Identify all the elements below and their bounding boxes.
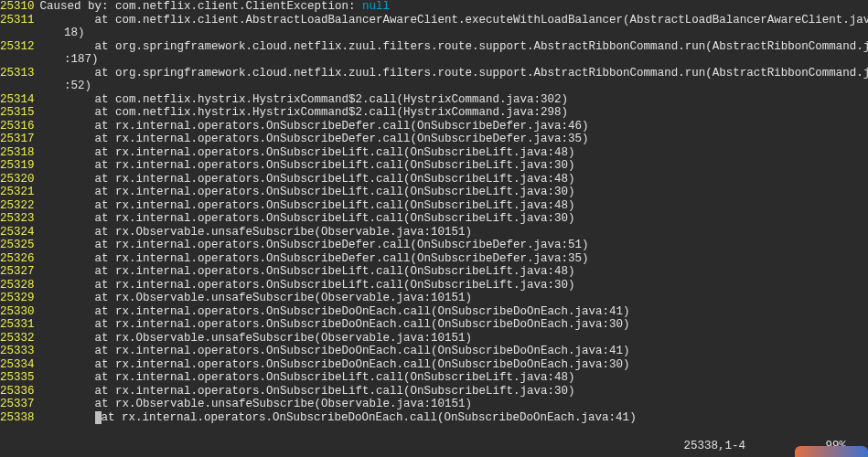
code-line: 25313 at org.springframework.cloud.netfl… bbox=[0, 67, 868, 80]
line-text: at rx.internal.operators.OnSubscribeLift… bbox=[40, 199, 868, 213]
line-number: 25317 bbox=[0, 133, 40, 146]
line-number: 25310 bbox=[0, 0, 40, 14]
code-line: :52) bbox=[0, 80, 868, 93]
line-text: at rx.internal.operators.OnSubscribeDoOn… bbox=[40, 345, 868, 358]
line-number: 25333 bbox=[0, 345, 40, 358]
code-lines: 25310Caused by: com.netflix.client.Clien… bbox=[0, 0, 868, 424]
code-line: 18) bbox=[0, 27, 868, 40]
line-number: 25313 bbox=[0, 67, 40, 80]
line-number bbox=[0, 80, 37, 93]
app-badge-icon bbox=[795, 446, 868, 457]
line-number: 25337 bbox=[0, 398, 40, 411]
code-line: 25319 at rx.internal.operators.OnSubscri… bbox=[0, 159, 868, 173]
line-text: at rx.internal.operators.OnSubscribeDefe… bbox=[40, 239, 868, 252]
line-text: at rx.internal.operators.OnSubscribeLift… bbox=[40, 385, 868, 399]
line-text: at com.netflix.hystrix.HystrixCommand$2.… bbox=[40, 106, 868, 120]
code-line: 25324 at rx.Observable.unsafeSubscribe(O… bbox=[0, 226, 868, 239]
null-keyword: null bbox=[362, 0, 390, 13]
line-text: at rx.internal.operators.OnSubscribeDefe… bbox=[40, 120, 868, 133]
line-text: :52) bbox=[37, 80, 868, 93]
code-line: 25335 at rx.internal.operators.OnSubscri… bbox=[0, 371, 868, 385]
line-text: at rx.internal.operators.OnSubscribeDoOn… bbox=[40, 318, 868, 332]
code-line: 25331 at rx.internal.operators.OnSubscri… bbox=[0, 318, 868, 332]
code-line: 25317 at rx.internal.operators.OnSubscri… bbox=[0, 133, 868, 146]
line-number: 25315 bbox=[0, 106, 40, 120]
line-number: 25316 bbox=[0, 120, 40, 133]
line-text: at rx.internal.operators.OnSubscribeLift… bbox=[40, 186, 868, 199]
line-text: at org.springframework.cloud.netflix.zuu… bbox=[40, 40, 868, 54]
line-text: at org.springframework.cloud.netflix.zuu… bbox=[40, 67, 868, 80]
code-line: 25311 at com.netflix.client.AbstractLoad… bbox=[0, 14, 868, 27]
code-line: 25333 at rx.internal.operators.OnSubscri… bbox=[0, 345, 868, 358]
line-number: 25311 bbox=[0, 14, 40, 27]
line-number: 25335 bbox=[0, 371, 40, 385]
line-number: 25324 bbox=[0, 226, 40, 239]
line-number: 25338 bbox=[0, 411, 40, 425]
code-line: 25322 at rx.internal.operators.OnSubscri… bbox=[0, 199, 868, 213]
line-text: at rx.internal.operators.OnSubscribeLift… bbox=[40, 146, 868, 160]
code-line: :187) bbox=[0, 53, 868, 67]
line-text: at rx.internal.operators.OnSubscribeDoOn… bbox=[40, 411, 868, 425]
line-number bbox=[0, 53, 37, 67]
line-number: 25331 bbox=[0, 318, 40, 332]
code-line: 25329 at rx.Observable.unsafeSubscribe(O… bbox=[0, 292, 868, 305]
code-line: 25314 at com.netflix.hystrix.HystrixComm… bbox=[0, 93, 868, 107]
line-text: at rx.internal.operators.OnSubscribeDoOn… bbox=[40, 358, 868, 372]
line-number: 25325 bbox=[0, 239, 40, 252]
cursor bbox=[95, 411, 102, 425]
code-line: 25334 at rx.internal.operators.OnSubscri… bbox=[0, 358, 868, 372]
line-text: at rx.Observable.unsafeSubscribe(Observa… bbox=[40, 332, 868, 345]
code-line: 25316 at rx.internal.operators.OnSubscri… bbox=[0, 120, 868, 133]
line-number: 25329 bbox=[0, 292, 40, 305]
line-text: at rx.Observable.unsafeSubscribe(Observa… bbox=[40, 292, 868, 305]
code-line: 25336 at rx.internal.operators.OnSubscri… bbox=[0, 385, 868, 399]
code-line: 25332 at rx.Observable.unsafeSubscribe(O… bbox=[0, 332, 868, 345]
line-text: at rx.internal.operators.OnSubscribeLift… bbox=[40, 159, 868, 173]
line-text: at rx.internal.operators.OnSubscribeDefe… bbox=[40, 133, 868, 146]
cursor-position: 25338,1-4 bbox=[683, 440, 745, 453]
line-number: 25326 bbox=[0, 252, 40, 266]
code-line: 25318 at rx.internal.operators.OnSubscri… bbox=[0, 146, 868, 160]
line-text: 18) bbox=[37, 27, 868, 40]
line-number: 25334 bbox=[0, 358, 40, 372]
code-line: 25327 at rx.internal.operators.OnSubscri… bbox=[0, 265, 868, 279]
code-line: 25321 at rx.internal.operators.OnSubscri… bbox=[0, 186, 868, 199]
line-text: at com.netflix.hystrix.HystrixCommand$2.… bbox=[40, 93, 868, 107]
line-number: 25320 bbox=[0, 173, 40, 186]
line-number: 25323 bbox=[0, 212, 40, 226]
line-number: 25327 bbox=[0, 265, 40, 279]
code-line: 25323 at rx.internal.operators.OnSubscri… bbox=[0, 212, 868, 226]
code-line: 25328 at rx.internal.operators.OnSubscri… bbox=[0, 279, 868, 292]
line-number: 25314 bbox=[0, 93, 40, 107]
line-text: at rx.internal.operators.OnSubscribeLift… bbox=[40, 279, 868, 292]
code-line: 25325 at rx.internal.operators.OnSubscri… bbox=[0, 239, 868, 252]
line-number: 25330 bbox=[0, 305, 40, 319]
line-number: 25332 bbox=[0, 332, 40, 345]
line-number: 25318 bbox=[0, 146, 40, 160]
line-number: 25328 bbox=[0, 279, 40, 292]
line-text: at rx.internal.operators.OnSubscribeLift… bbox=[40, 371, 868, 385]
line-text: at com.netflix.client.AbstractLoadBalanc… bbox=[40, 14, 868, 27]
line-number: 25322 bbox=[0, 199, 40, 213]
line-number: 25336 bbox=[0, 385, 40, 399]
code-line: 25337 at rx.Observable.unsafeSubscribe(O… bbox=[0, 398, 868, 411]
line-text: at rx.Observable.unsafeSubscribe(Observa… bbox=[40, 398, 868, 411]
code-line: 25326 at rx.internal.operators.OnSubscri… bbox=[0, 252, 868, 266]
code-line: 25330 at rx.internal.operators.OnSubscri… bbox=[0, 305, 868, 319]
editor-viewport[interactable]: 25310Caused by: com.netflix.client.Clien… bbox=[0, 0, 868, 457]
code-line: 25312 at org.springframework.cloud.netfl… bbox=[0, 40, 868, 54]
line-number: 25319 bbox=[0, 159, 40, 173]
line-text: Caused by: com.netflix.client.ClientExce… bbox=[40, 0, 868, 14]
line-text: at rx.internal.operators.OnSubscribeDoOn… bbox=[40, 305, 868, 319]
code-line: 25310Caused by: com.netflix.client.Clien… bbox=[0, 0, 868, 14]
line-text: :187) bbox=[37, 53, 868, 67]
code-line: 25315 at com.netflix.hystrix.HystrixComm… bbox=[0, 106, 868, 120]
line-text: at rx.internal.operators.OnSubscribeLift… bbox=[40, 265, 868, 279]
line-number bbox=[0, 27, 37, 40]
line-text: at rx.internal.operators.OnSubscribeLift… bbox=[40, 212, 868, 226]
line-text: at rx.Observable.unsafeSubscribe(Observa… bbox=[40, 226, 868, 239]
code-line: 25320 at rx.internal.operators.OnSubscri… bbox=[0, 173, 868, 186]
code-line: 25338 at rx.internal.operators.OnSubscri… bbox=[0, 411, 868, 425]
line-number: 25312 bbox=[0, 40, 40, 54]
line-text: at rx.internal.operators.OnSubscribeDefe… bbox=[40, 252, 868, 266]
